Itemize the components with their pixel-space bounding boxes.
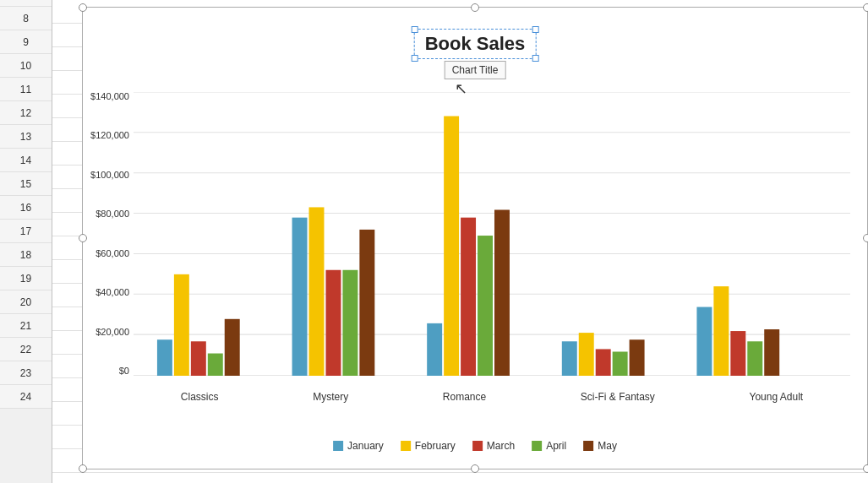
- chart-title-wrapper: Book Sales Chart Title: [414, 29, 537, 79]
- y-label-0: $0: [119, 366, 129, 376]
- y-label-80k: $80,000: [96, 209, 129, 219]
- handle-top-left[interactable]: [79, 3, 87, 12]
- legend-item-may: May: [583, 440, 617, 452]
- bar-classics-mar: [191, 341, 206, 376]
- row-16: 16: [0, 196, 52, 220]
- y-label-120k: $120,000: [90, 131, 129, 140]
- bar-classics-apr: [208, 354, 223, 376]
- title-handle-bl[interactable]: [412, 55, 418, 62]
- row-10: 10: [0, 54, 52, 78]
- spreadsheet-area: Book Sales Chart Title ↖ $0 $20,000 $40,…: [52, 0, 868, 483]
- x-label-ya: Young Adult: [750, 391, 804, 403]
- row-13: 13: [0, 125, 52, 149]
- bar-scifi-mar: [596, 349, 611, 376]
- handle-top-right[interactable]: [863, 3, 868, 12]
- bar-romance-may: [494, 209, 510, 376]
- legend-item-april: April: [532, 440, 566, 452]
- legend-label-may: May: [598, 440, 617, 452]
- x-label-mystery: Mystery: [313, 391, 348, 403]
- handle-bottom-left[interactable]: [79, 464, 87, 473]
- handle-bottom-center[interactable]: [471, 464, 479, 473]
- bar-mystery-feb: [309, 207, 325, 376]
- chart-title-tooltip: Chart Title: [445, 61, 506, 79]
- row-12: 12: [0, 101, 52, 125]
- legend-label-april: April: [546, 440, 566, 452]
- bar-mystery-apr: [342, 270, 358, 376]
- legend-item-february: February: [401, 440, 456, 452]
- row-labels: 8 9 10 11 12 13 14 15 16 17 18 19 20 21 …: [0, 0, 52, 483]
- handle-middle-right[interactable]: [863, 234, 868, 242]
- row-9: 9: [0, 30, 52, 54]
- bar-mystery-mar: [325, 270, 341, 376]
- legend-item-march: March: [472, 440, 515, 452]
- chart-container[interactable]: Book Sales Chart Title ↖ $0 $20,000 $40,…: [82, 7, 868, 469]
- bar-ya-jan: [696, 307, 712, 376]
- y-axis: $0 $20,000 $40,000 $60,000 $80,000 $100,…: [83, 92, 134, 376]
- legend-color-april: [532, 441, 542, 451]
- bar-classics-jan: [157, 339, 172, 376]
- handle-top-center[interactable]: [471, 3, 479, 12]
- row-22: 22: [0, 338, 52, 361]
- title-handle-tr[interactable]: [532, 26, 538, 33]
- x-axis: Classics Mystery Romance Sci-Fi & Fantas…: [134, 391, 850, 403]
- legend-item-january: January: [333, 440, 384, 452]
- bar-romance-feb: [444, 117, 459, 376]
- y-label-60k: $60,000: [96, 249, 129, 258]
- x-label-classics: Classics: [181, 391, 219, 403]
- bar-mystery-jan: [292, 218, 308, 376]
- bar-ya-feb: [713, 286, 729, 376]
- row-11: 11: [0, 78, 52, 101]
- row-18: 18: [0, 243, 52, 267]
- legend-label-january: January: [347, 440, 384, 452]
- legend-color-may: [583, 441, 593, 451]
- bar-classics-may: [225, 319, 240, 376]
- row-14: 14: [0, 149, 52, 172]
- handle-bottom-right[interactable]: [863, 464, 868, 473]
- bar-classics-feb: [174, 274, 189, 376]
- bar-mystery-may: [359, 230, 374, 376]
- row-17: 17: [0, 220, 52, 243]
- x-label-romance: Romance: [443, 391, 486, 403]
- legend-label-march: March: [487, 440, 515, 452]
- y-label-100k: $100,000: [90, 171, 129, 180]
- chart-title-box[interactable]: Book Sales: [414, 29, 537, 59]
- title-handle-tl[interactable]: [412, 26, 418, 33]
- bar-scifi-jan: [562, 341, 577, 376]
- row-23: 23: [0, 361, 52, 385]
- handle-middle-left[interactable]: [79, 234, 87, 242]
- chart-svg: [134, 92, 850, 376]
- legend-label-february: February: [415, 440, 456, 452]
- bar-ya-apr: [747, 341, 762, 376]
- bar-romance-apr: [478, 236, 493, 376]
- row-24: 24: [0, 385, 52, 409]
- y-label-20k: $20,000: [96, 328, 129, 337]
- bar-romance-mar: [461, 218, 476, 376]
- y-label-40k: $40,000: [96, 288, 129, 297]
- x-label-scifi: Sci-Fi & Fantasy: [581, 391, 655, 403]
- bar-scifi-feb: [579, 333, 594, 376]
- legend-color-march: [472, 441, 483, 451]
- legend-color-january: [333, 441, 343, 451]
- bar-scifi-apr: [613, 351, 628, 376]
- bar-ya-mar: [730, 331, 745, 376]
- legend: January February March April May: [333, 440, 617, 452]
- row-8: 8: [0, 7, 52, 30]
- bar-romance-jan: [427, 323, 442, 376]
- row-19: 19: [0, 267, 52, 290]
- row-21: 21: [0, 314, 52, 338]
- legend-color-february: [401, 441, 411, 451]
- row-15: 15: [0, 172, 52, 196]
- chart-title-text: Book Sales: [425, 33, 526, 54]
- y-label-140k: $140,000: [90, 92, 129, 101]
- row-20: 20: [0, 290, 52, 314]
- bar-scifi-may: [630, 339, 645, 376]
- title-handle-br[interactable]: [532, 55, 538, 62]
- bar-ya-may: [764, 329, 779, 376]
